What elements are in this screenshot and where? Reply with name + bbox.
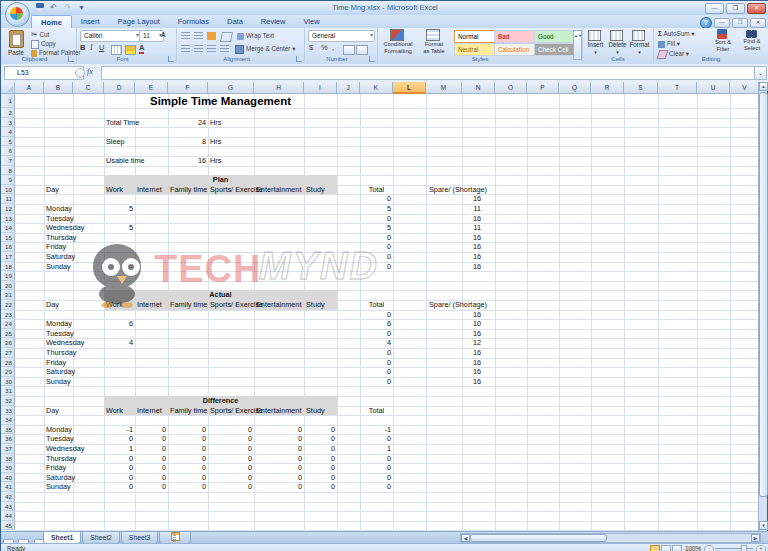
align-right-icon[interactable]: [207, 45, 216, 53]
normal-view-button[interactable]: [650, 545, 660, 551]
column-header-L[interactable]: L: [393, 82, 426, 94]
workbook-close-button[interactable]: ✕: [750, 18, 766, 28]
row-header-20[interactable]: 20: [1, 281, 15, 291]
font-color-button[interactable]: A: [139, 44, 144, 54]
row-header-6[interactable]: 6: [1, 146, 15, 156]
column-header-Q[interactable]: Q: [559, 82, 591, 94]
number-format-select[interactable]: General▾: [308, 30, 375, 42]
row-header-14[interactable]: 14: [1, 223, 15, 233]
cell-style-normal[interactable]: Normal: [454, 30, 497, 43]
row-header-28[interactable]: 28: [1, 358, 15, 368]
scroll-left-button[interactable]: ◀: [461, 534, 470, 542]
fill-button[interactable]: Fill ▾: [658, 40, 680, 48]
grow-font-button[interactable]: A: [161, 31, 166, 39]
zoom-out-button[interactable]: -: [704, 545, 714, 551]
decrease-decimal-button[interactable]: [356, 45, 368, 55]
orientation-icon[interactable]: [220, 32, 233, 42]
tab-insert[interactable]: Insert: [72, 15, 109, 28]
comma-button[interactable]: ,: [332, 44, 334, 52]
tab-review[interactable]: Review: [252, 15, 295, 28]
column-header-E[interactable]: E: [135, 82, 168, 94]
close-button[interactable]: ✕: [747, 3, 766, 14]
cell-style-check-cell[interactable]: Check Cell: [534, 43, 577, 56]
align-bottom-icon[interactable]: [207, 32, 216, 40]
column-header-G[interactable]: G: [208, 82, 254, 94]
row-header-44[interactable]: 44: [1, 511, 15, 521]
tab-scrollbar-splitter[interactable]: [173, 533, 176, 543]
name-box[interactable]: L53▾: [4, 66, 84, 80]
row-header-40[interactable]: 40: [1, 473, 15, 483]
column-header-A[interactable]: A: [15, 82, 44, 94]
align-center-icon[interactable]: [194, 45, 203, 53]
bold-button[interactable]: B: [80, 44, 85, 52]
horizontal-scroll-thumb[interactable]: [470, 534, 607, 542]
row-header-32[interactable]: 32: [1, 396, 15, 406]
horizontal-scrollbar[interactable]: ◀ ▶: [460, 533, 761, 543]
row-header-19[interactable]: 19: [1, 271, 15, 281]
cell-style-calculation[interactable]: Calculation: [494, 43, 537, 56]
column-header-R[interactable]: R: [591, 82, 624, 94]
zoom-in-button[interactable]: +: [756, 545, 766, 551]
row-header-37[interactable]: 37: [1, 444, 15, 454]
tab-view[interactable]: View: [294, 15, 328, 28]
autosum-button[interactable]: Σ AutoSum ▾: [658, 30, 694, 38]
align-middle-icon[interactable]: [194, 32, 203, 40]
row-header-15[interactable]: 15: [1, 233, 15, 243]
column-header-M[interactable]: M: [426, 82, 462, 94]
row-header-2[interactable]: 2: [1, 108, 15, 118]
percent-button[interactable]: %: [321, 44, 328, 52]
formula-input[interactable]: [101, 66, 756, 80]
row-header-33[interactable]: 33: [1, 406, 15, 416]
cell-style-good[interactable]: Good: [534, 30, 577, 43]
row-header-41[interactable]: 41: [1, 482, 15, 492]
page-layout-view-button[interactable]: [661, 545, 671, 551]
row-header-23[interactable]: 23: [1, 310, 15, 320]
cell-style-neutral[interactable]: Neutral: [454, 43, 497, 56]
align-top-icon[interactable]: [181, 32, 190, 40]
font-dialog-launcher[interactable]: [168, 56, 174, 62]
column-header-C[interactable]: C: [73, 82, 104, 94]
row-header-1[interactable]: 1: [1, 94, 15, 108]
row-header-7[interactable]: 7: [1, 156, 15, 166]
row-header-16[interactable]: 16: [1, 242, 15, 252]
row-header-22[interactable]: 22: [1, 300, 15, 310]
row-header-4[interactable]: 4: [1, 127, 15, 137]
decrease-indent-icon[interactable]: [220, 45, 229, 53]
row-header-25[interactable]: 25: [1, 329, 15, 339]
borders-button[interactable]: [111, 45, 122, 55]
currency-button[interactable]: $: [309, 44, 313, 52]
minimize-button[interactable]: —: [705, 3, 724, 14]
copy-button[interactable]: Copy: [31, 40, 56, 49]
cut-button[interactable]: ✂ Cut: [31, 31, 49, 39]
row-header-24[interactable]: 24: [1, 319, 15, 329]
column-header-N[interactable]: N: [462, 82, 495, 94]
scroll-down-button[interactable]: ▼: [759, 521, 768, 530]
worksheet-grid[interactable]: ABCDEFGHIJKLMNOPQRSTUV 12345678910111213…: [1, 82, 760, 531]
number-dialog-launcher[interactable]: [369, 56, 375, 62]
column-header-O[interactable]: O: [495, 82, 527, 94]
column-header-K[interactable]: K: [360, 82, 393, 94]
align-left-icon[interactable]: [181, 45, 190, 53]
row-header-35[interactable]: 35: [1, 425, 15, 435]
column-header-D[interactable]: D: [104, 82, 135, 94]
tab-data[interactable]: Data: [218, 15, 252, 28]
column-header-J[interactable]: J: [337, 82, 360, 94]
row-header-31[interactable]: 31: [1, 386, 15, 396]
row-header-34[interactable]: 34: [1, 415, 15, 425]
row-header-13[interactable]: 13: [1, 214, 15, 224]
scroll-right-button[interactable]: ▶: [751, 534, 760, 542]
row-header-8[interactable]: 8: [1, 166, 15, 176]
scroll-up-button[interactable]: ▲: [759, 82, 768, 91]
row-header-36[interactable]: 36: [1, 434, 15, 444]
delete-button[interactable]: Delete▾: [607, 30, 628, 55]
column-header-T[interactable]: T: [658, 82, 697, 94]
paste-button[interactable]: Paste: [4, 30, 28, 56]
tab-formulas[interactable]: Formulas: [169, 15, 218, 28]
column-header-P[interactable]: P: [527, 82, 559, 94]
vertical-scrollbar[interactable]: ▲ ▼: [758, 82, 767, 531]
column-header-S[interactable]: S: [624, 82, 658, 94]
cell-style-bad[interactable]: Bad: [494, 30, 537, 43]
maximize-button[interactable]: ❐: [726, 3, 745, 14]
clipboard-dialog-launcher[interactable]: [68, 56, 74, 62]
column-header-B[interactable]: B: [44, 82, 73, 94]
